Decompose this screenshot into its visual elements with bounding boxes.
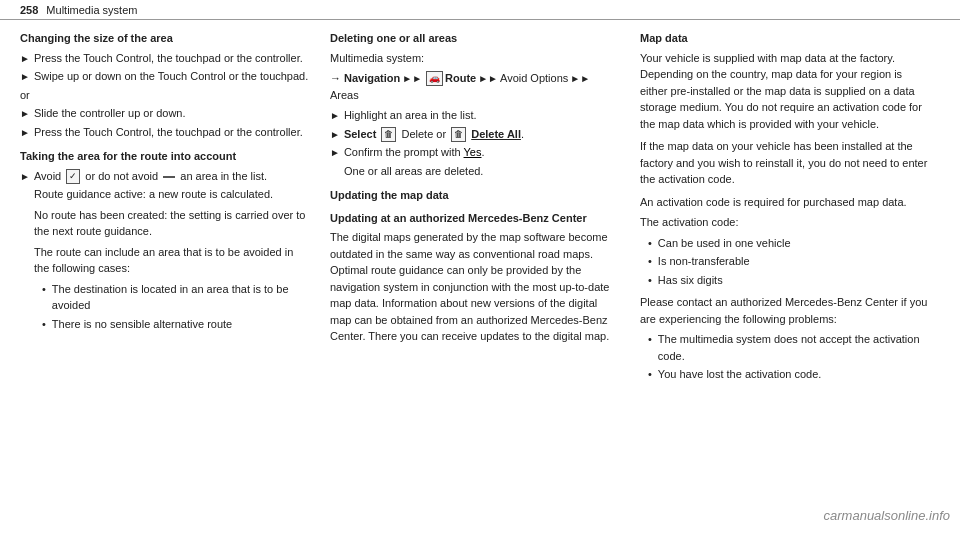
map-data-title: Map data xyxy=(640,30,930,47)
updating-title: Updating the map data xyxy=(330,187,620,204)
activation-bullet: Has six digits xyxy=(658,272,723,289)
map-body-3: An activation code is required for purch… xyxy=(640,194,930,211)
list-item: ► Press the Touch Control, the touchpad … xyxy=(20,124,310,141)
list-item: • Can be used in one vehicle xyxy=(640,235,930,252)
route-label: Route xyxy=(445,70,476,87)
delete-icon: 🗑 xyxy=(381,127,396,142)
checkmark-icon: ✓ xyxy=(66,169,80,184)
column-3: Map data Your vehicle is supplied with m… xyxy=(630,30,940,525)
route-note-3: The route can include an area that is to… xyxy=(34,244,310,277)
list-item: • There is no sensible alternative route xyxy=(34,316,310,333)
updating-body: The digital maps generated by the map so… xyxy=(330,229,620,345)
activation-bullet: Is non-transferable xyxy=(658,253,750,270)
dot-icon: • xyxy=(648,272,652,289)
arrow-icon: ► xyxy=(20,51,30,66)
list-item: • Has six digits xyxy=(640,272,930,289)
section-changing-size-title: Changing the size of the area xyxy=(20,30,310,47)
arrow-icon: ► xyxy=(330,127,340,142)
map-body-4: The activation code: xyxy=(640,214,930,231)
arrow-icon: ► xyxy=(20,69,30,84)
nav-start-icon: → xyxy=(330,70,341,87)
section-updating: Updating the map data Updating at an aut… xyxy=(330,187,620,345)
confirm-line: Confirm the prompt with Yes. xyxy=(344,144,485,161)
list-item: • The multimedia system does not accept … xyxy=(640,331,930,364)
map-body-5: Please contact an authorized Mercedes-Be… xyxy=(640,294,930,327)
bullet-text: Press the Touch Control, the touchpad or… xyxy=(34,50,303,67)
page-title: Multimedia system xyxy=(46,4,137,16)
sub-bullet-text: There is no sensible alternative route xyxy=(52,316,232,333)
section-map-data: Map data Your vehicle is supplied with m… xyxy=(640,30,930,383)
list-item: ► Highlight an area in the list. xyxy=(330,107,620,124)
select-line: Select 🗑 Delete or 🗑 Delete All. xyxy=(344,126,524,143)
section-changing-size: Changing the size of the area ► Press th… xyxy=(20,30,310,140)
arrow-icon: ► xyxy=(330,108,340,123)
activation-bullet: Can be used in one vehicle xyxy=(658,235,791,252)
yes-label: Yes xyxy=(464,146,482,158)
dot-icon: • xyxy=(648,366,652,383)
arrow-icon: ► xyxy=(330,145,340,160)
nav-path: → Navigation ►► 🚗 Route ►► Avoid Options… xyxy=(330,70,620,103)
list-item: ► Press the Touch Control, the touchpad … xyxy=(20,50,310,67)
arrow-icon: ► xyxy=(20,169,30,184)
list-item: ► Avoid ✓ or do not avoid an area in the… xyxy=(20,168,310,185)
map-body-1: Your vehicle is supplied with map data a… xyxy=(640,50,930,133)
list-item: ► Select 🗑 Delete or 🗑 Delete All. xyxy=(330,126,620,143)
bullet-text: Press the Touch Control, the touchpad or… xyxy=(34,124,303,141)
sub-bullet-text: The destination is located in an area th… xyxy=(52,281,310,314)
dot-icon: • xyxy=(648,331,652,348)
page-number: 258 xyxy=(20,4,38,16)
section-deleting: Deleting one or all areas Multimedia sys… xyxy=(330,30,620,179)
section-taking-area: Taking the area for the route into accou… xyxy=(20,148,310,332)
list-item: ► Swipe up or down on the Touch Control … xyxy=(20,68,310,85)
map-body-2: If the map data on your vehicle has been… xyxy=(640,138,930,188)
route-note-2: No route has been created: the setting i… xyxy=(34,207,310,240)
or-label: or xyxy=(20,87,310,104)
bullet-text: Avoid ✓ or do not avoid an area in the l… xyxy=(34,168,267,185)
column-2: Deleting one or all areas Multimedia sys… xyxy=(320,30,630,525)
section-taking-area-title: Taking the area for the route into accou… xyxy=(20,148,310,165)
arrow-icon: ► xyxy=(20,106,30,121)
bullet-text: Slide the controller up or down. xyxy=(34,105,186,122)
square-icon xyxy=(163,176,175,178)
list-item: ► Slide the controller up or down. xyxy=(20,105,310,122)
problem-bullet: The multimedia system does not accept th… xyxy=(658,331,930,364)
nav-label: Navigation xyxy=(344,70,400,87)
watermark: carmanualsonline.info xyxy=(824,508,950,523)
arrow-icon: ► xyxy=(20,125,30,140)
nav-arrow-3: ►► xyxy=(570,71,590,86)
main-content: Changing the size of the area ► Press th… xyxy=(0,20,960,525)
bullet-text: Highlight an area in the list. xyxy=(344,107,477,124)
list-item: • You have lost the activation code. xyxy=(640,366,930,383)
list-item: • Is non-transferable xyxy=(640,253,930,270)
dot-icon: • xyxy=(648,235,652,252)
dot-icon: • xyxy=(42,316,46,333)
dot-icon: • xyxy=(648,253,652,270)
nav-arrow-2: ►► xyxy=(478,71,498,86)
list-item: • The destination is located in an area … xyxy=(34,281,310,314)
multimedia-intro: Multimedia system: xyxy=(330,50,620,67)
delete-all-icon: 🗑 xyxy=(451,127,466,142)
updating-sub-title: Updating at an authorized Mercedes-Benz … xyxy=(330,210,620,227)
bullet-text: Swipe up or down on the Touch Control or… xyxy=(34,68,308,85)
route-icon: 🚗 xyxy=(426,71,443,87)
list-item: ► Confirm the prompt with Yes. xyxy=(330,144,620,161)
page-header: 258 Multimedia system xyxy=(0,0,960,20)
section-deleting-title: Deleting one or all areas xyxy=(330,30,620,47)
column-1: Changing the size of the area ► Press th… xyxy=(20,30,320,525)
areas-label: Areas xyxy=(330,87,359,104)
deleted-note: One or all areas are deleted. xyxy=(344,163,620,180)
route-note-1: Route guidance active: a new route is ca… xyxy=(34,186,310,203)
dot-icon: • xyxy=(42,281,46,298)
problem-bullet: You have lost the activation code. xyxy=(658,366,822,383)
nav-arrow-1: ►► xyxy=(402,71,422,86)
avoid-label: Avoid Options xyxy=(500,70,568,87)
